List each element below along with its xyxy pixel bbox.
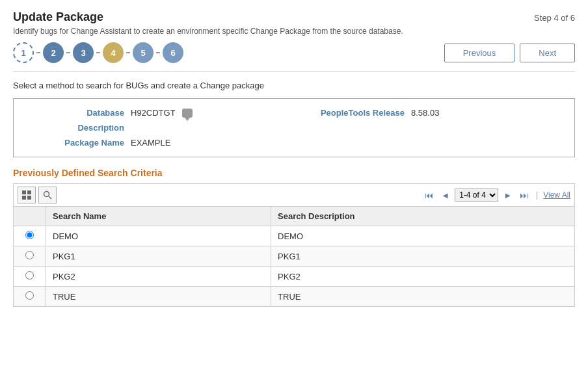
svg-rect-3	[27, 196, 31, 200]
search-criteria-table: Search Name Search Description DEMODEMOP…	[13, 206, 575, 307]
wizard-nav: 1 2 3 4 5 6 Previous Next	[13, 42, 575, 63]
svg-rect-2	[22, 196, 26, 200]
svg-line-5	[49, 196, 51, 199]
step-bubble-6: 6	[163, 42, 183, 63]
radio-cell[interactable]	[14, 287, 46, 307]
step-indicator: Step 4 of 6	[534, 10, 575, 23]
step-bubble-5: 5	[133, 42, 154, 63]
search-description-cell: DEMO	[271, 226, 575, 246]
package-name-value: EXAMPLE	[131, 138, 281, 148]
col-header-search-name: Search Name	[46, 207, 271, 226]
first-page-button[interactable]: ⏮	[422, 189, 436, 202]
grid-view-button[interactable]	[18, 187, 36, 203]
table-header-row: Search Name Search Description	[14, 207, 575, 226]
radio-cell[interactable]	[14, 267, 46, 287]
page-header: Update Package Step 4 of 6	[13, 10, 575, 24]
previous-button[interactable]: Previous	[444, 44, 515, 62]
table-row: DEMODEMO	[14, 226, 575, 246]
connector	[126, 52, 130, 53]
search-name-cell: PKG2	[46, 267, 271, 287]
divider	[13, 71, 575, 72]
pipe-separator: |	[536, 190, 538, 200]
svg-point-4	[44, 192, 49, 197]
search-button[interactable]	[38, 187, 57, 203]
step-bubble-2: 2	[43, 42, 64, 63]
package-name-label: Package Name	[27, 138, 131, 148]
table-row: TRUETRUE	[14, 287, 575, 307]
peopletools-value: 8.58.03	[411, 108, 561, 118]
search-name-cell: TRUE	[46, 287, 271, 307]
peopletools-label: PeopleTools Release	[281, 108, 411, 118]
table-row: PKG1PKG1	[14, 246, 575, 267]
description-label: Description	[27, 123, 131, 133]
prev-page-button[interactable]: ◄	[438, 189, 452, 202]
page-description: Identify bugs for Change Assistant to cr…	[13, 27, 575, 36]
radio-2[interactable]	[25, 271, 34, 280]
search-description-cell: TRUE	[271, 287, 575, 307]
nav-buttons: Previous Next	[444, 44, 575, 62]
step-bubble-3: 3	[73, 42, 94, 63]
search-description-cell: PKG2	[271, 267, 575, 287]
next-button[interactable]: Next	[520, 44, 575, 62]
info-box: Database H92CDTGT PeopleTools Release 8.…	[13, 98, 575, 157]
svg-rect-0	[22, 190, 26, 194]
last-page-button[interactable]: ⏭	[517, 189, 531, 202]
radio-0[interactable]	[25, 231, 34, 239]
connector	[156, 52, 160, 53]
radio-1[interactable]	[25, 251, 34, 259]
radio-3[interactable]	[25, 291, 34, 300]
database-label: Database	[27, 108, 131, 118]
search-icon	[43, 190, 52, 200]
next-page-button[interactable]: ►	[501, 189, 514, 202]
connector	[96, 52, 100, 53]
speech-bubble-icon[interactable]	[182, 109, 193, 118]
radio-cell[interactable]	[14, 246, 46, 267]
section-label: Select a method to search for BUGs and c…	[13, 81, 575, 90]
table-row: PKG2PKG2	[14, 267, 575, 287]
view-all-button[interactable]: View All	[543, 190, 570, 200]
page-title: Update Package	[13, 10, 103, 24]
step-bubble-4: 4	[103, 42, 124, 63]
radio-cell[interactable]	[14, 226, 46, 246]
pagination-area: ⏮ ◄ 1-4 of 4 ► ⏭ | View All	[422, 189, 570, 202]
step-bubble-1: 1	[13, 42, 34, 63]
search-name-cell: PKG1	[46, 246, 271, 267]
connector	[66, 52, 70, 53]
table-toolbar: ⏮ ◄ 1-4 of 4 ► ⏭ | View All	[13, 183, 575, 206]
search-description-cell: PKG1	[271, 246, 575, 267]
svg-rect-1	[27, 190, 31, 194]
description-value	[131, 123, 281, 133]
search-name-cell: DEMO	[46, 226, 271, 246]
col-header-search-description: Search Description	[271, 207, 575, 226]
database-value: H92CDTGT	[131, 108, 281, 118]
step-bubbles: 1 2 3 4 5 6	[13, 42, 186, 63]
page-select[interactable]: 1-4 of 4	[455, 189, 498, 202]
connector	[36, 52, 40, 53]
col-header-select	[14, 207, 46, 226]
grid-icon	[22, 190, 31, 200]
previously-title: Previously Defined Search Criteria	[13, 168, 575, 178]
